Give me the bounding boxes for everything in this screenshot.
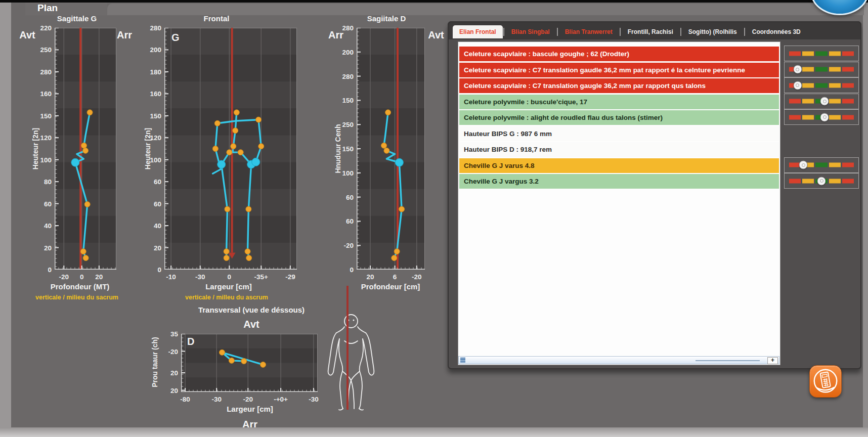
range-gauge: [784, 173, 859, 189]
x-tick-label: -80: [180, 396, 190, 403]
y-tick-label: 180: [138, 68, 161, 75]
range-gauge: [784, 109, 859, 125]
gauge-segment: [829, 51, 841, 56]
top-tab-strip: [107, 4, 864, 15]
chart-title: Frontal: [204, 14, 230, 23]
scrollbar-grip-icon[interactable]: [460, 358, 465, 363]
y-tick-label: 20: [138, 244, 161, 251]
result-row[interactable]: Hauteur BIPS D : 918,7 rem: [459, 142, 779, 157]
x-tick-label: -+0+: [274, 396, 288, 403]
plot-sagittale_g: [55, 28, 116, 270]
gauge-marker: [817, 177, 826, 185]
gauge-segment: [842, 83, 854, 88]
plot-transversal: [181, 334, 318, 392]
y-tick-label: 40: [28, 222, 52, 230]
panel-tab[interactable]: Frontill, Rachisi: [621, 25, 680, 38]
body-reference-line: [346, 286, 349, 410]
y-tick-label: 20: [28, 244, 52, 251]
result-row[interactable]: Celeture polyvmile : alight de roudled f…: [459, 110, 779, 125]
x-tick-label: -20: [59, 273, 69, 281]
panel-tab[interactable]: Elian Frontal: [453, 25, 503, 38]
range-gauge: [784, 46, 859, 61]
x-axis-label: Profondeur (MT): [51, 282, 110, 291]
calculator-button[interactable]: [809, 365, 842, 398]
plot-corner-label: D: [187, 336, 194, 347]
gauge-segment: [815, 83, 827, 88]
y-tick-label: -20: [330, 242, 354, 249]
result-row[interactable]: Celeture polyvmile : buscule'cique, 17: [459, 95, 779, 109]
direction-label-right: Avt: [428, 29, 444, 41]
plot-sagittale_d: [357, 28, 425, 270]
x-tick-label: 20: [366, 273, 374, 281]
range-gauge: [784, 77, 859, 93]
x-axis-label: Largeur [cm]: [205, 282, 252, 291]
result-row[interactable]: Celeture scapvlaire : bascule goughe ; 6…: [459, 47, 779, 61]
axis-note: verticale / milieu du sacrum: [35, 294, 118, 301]
y-tick-label: 200: [138, 46, 161, 54]
tab-divider: [680, 28, 681, 36]
y-tick-label: 280: [330, 72, 354, 80]
gauge-segment: [802, 179, 814, 183]
gauge-segment: [842, 99, 854, 104]
gauge-segment: [829, 99, 841, 104]
panel-tab[interactable]: Blian Singbal: [505, 25, 556, 38]
result-row[interactable]: Cheville G J vargus 3.2: [459, 174, 779, 189]
gauge-segment: [829, 179, 841, 183]
y-tick-label: -20: [155, 347, 178, 355]
gauge-segment: [815, 163, 827, 167]
plot-frontal: [164, 28, 297, 270]
gauge-segment: [842, 115, 854, 119]
gauge-marker: [820, 113, 829, 121]
y-axis-label: Prou taaur (ch): [151, 337, 159, 387]
tab-divider: [620, 28, 621, 36]
gauge-segment: [842, 163, 854, 167]
y-tick-label: 120: [28, 134, 52, 142]
x-tick-label: -20: [243, 396, 253, 403]
gauge-segment: [842, 67, 854, 72]
gauge-segment: [829, 163, 841, 167]
x-tick-label: -30: [309, 396, 319, 403]
direction-label-top: Avt: [243, 319, 259, 330]
y-tick-label: 160: [138, 90, 161, 98]
y-tick-label: 100: [330, 169, 354, 177]
result-row[interactable]: Celeture scapviaire : C7 translation gau…: [459, 63, 779, 77]
y-tick-label: 150: [138, 112, 161, 119]
plot-corner-label: G: [171, 32, 180, 43]
y-tick-label: 200: [330, 48, 354, 56]
x-tick-label: 6: [393, 273, 397, 281]
result-row[interactable]: Hauteur BIPS G : 987 6 mm: [459, 126, 779, 141]
range-gauge: [784, 94, 859, 109]
window-left-edge: [0, 0, 11, 437]
panel-tab[interactable]: Blian Tranwerret: [558, 25, 619, 38]
y-tick-label: 0: [138, 266, 161, 274]
y-tick-label: 160: [28, 90, 52, 98]
axis-note: verticale / milleu du ascrum: [185, 294, 268, 301]
horizontal-scrollbar[interactable]: +: [458, 356, 779, 364]
y-tick-label: 150: [330, 97, 354, 104]
y-tick-label: 20: [155, 386, 178, 394]
result-row[interactable]: Celeture scapvlaire : C7 translation gau…: [459, 78, 779, 93]
y-tick-label: 250: [28, 46, 52, 54]
body-silhouette-icon: [324, 283, 379, 435]
chart-title: Transversal (vue de déssous): [198, 305, 305, 314]
gauge-segment: [829, 83, 841, 88]
scrollbar-thumb[interactable]: [696, 360, 760, 361]
result-row[interactable]: Cheville G J varus 4.8: [459, 158, 779, 173]
zoom-plus-button[interactable]: +: [767, 357, 778, 364]
x-tick-label: -10: [166, 273, 176, 281]
gauge-marker: [799, 161, 808, 169]
gauge-segment: [789, 51, 801, 56]
gauge-segment: [815, 67, 827, 72]
panel-tab-bar: Elian FrontalBlian SingbalBlian Tranwerr…: [453, 25, 807, 38]
panel-tab[interactable]: Sogitto) (Rolhilis: [682, 25, 744, 38]
x-tick-label: -35+: [254, 273, 268, 281]
x-tick-label: 0: [80, 273, 84, 281]
calculator-icon: [810, 366, 841, 397]
gauge-segment: [789, 115, 801, 119]
y-tick-label: 40: [138, 222, 161, 230]
y-tick-label: 80: [28, 178, 52, 186]
range-gauge: [784, 62, 859, 77]
panel-tab[interactable]: Coordonnées 3D: [746, 25, 807, 38]
y-tick-label: 60: [138, 178, 161, 186]
gauge-segment: [802, 99, 814, 104]
